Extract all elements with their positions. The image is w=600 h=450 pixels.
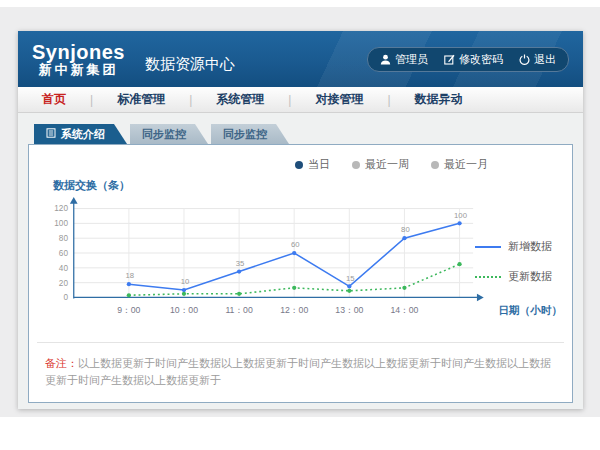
- chart-panel: 当日 最近一周 最近一月 数据交换（条） 0204060801001209：00…: [28, 144, 573, 403]
- tab-sync-monitor-2[interactable]: 同步监控: [211, 124, 289, 144]
- data-point: [237, 269, 241, 273]
- x-tick-label: 9：00: [117, 305, 140, 315]
- tabs-bar: 系统介绍 同步监控 同步监控: [34, 123, 573, 144]
- data-point: [402, 286, 406, 290]
- radio-last-month[interactable]: 最近一月: [431, 157, 488, 172]
- y-tick-label: 20: [59, 279, 69, 288]
- legend-line-dotted: [475, 276, 501, 278]
- point-label: 35: [236, 259, 245, 268]
- logo-line1: Synjones: [32, 42, 125, 63]
- nav-item-system-mgmt[interactable]: 系统管理: [192, 91, 288, 108]
- radio-label: 最近一月: [444, 157, 488, 172]
- legend-label: 新增数据: [508, 239, 552, 254]
- user-toolbar: 管理员 修改密码 退出: [367, 47, 569, 72]
- radio-last-week[interactable]: 最近一周: [352, 157, 409, 172]
- logo-line2: 新中新集团: [32, 63, 125, 77]
- power-icon: [519, 54, 530, 65]
- legend-item-new-data: 新增数据: [475, 239, 552, 254]
- logout-label: 退出: [534, 52, 556, 67]
- data-point: [127, 282, 131, 286]
- data-point: [292, 251, 296, 255]
- x-tick-label: 11：00: [225, 305, 253, 315]
- data-point: [347, 284, 351, 288]
- y-tick-label: 80: [59, 234, 69, 243]
- page-title: 数据资源中心: [145, 55, 235, 74]
- data-point: [347, 289, 351, 293]
- y-tick-label: 60: [59, 249, 69, 258]
- legend-item-updated-data: 更新数据: [475, 269, 552, 284]
- point-label: 18: [126, 271, 135, 280]
- x-tick-label: 13：00: [335, 305, 363, 315]
- y-tick-label: 100: [54, 219, 68, 228]
- chart-legend: 新增数据 更新数据: [475, 239, 552, 284]
- edit-icon: [444, 54, 455, 65]
- footnote: 备注：以上数据更新于时间产生数据以上数据更新于时间产生数据以上数据更新于时间产生…: [29, 343, 572, 400]
- nav-item-home[interactable]: 首页: [18, 91, 90, 108]
- tab-label: 同步监控: [223, 127, 267, 142]
- data-point: [127, 293, 131, 297]
- y-tick-label: 40: [59, 264, 69, 273]
- change-password-label: 修改密码: [459, 52, 503, 67]
- radio-today[interactable]: 当日: [295, 157, 330, 172]
- y-tick-label: 120: [54, 204, 68, 213]
- point-label: 100: [454, 211, 467, 220]
- footnote-prefix: 备注：: [45, 357, 78, 369]
- data-point: [457, 221, 461, 225]
- data-point: [402, 236, 406, 240]
- nav-item-data-change[interactable]: 数据异动: [391, 91, 487, 108]
- legend-label: 更新数据: [508, 269, 552, 284]
- y-axis-title: 数据交换（条）: [53, 178, 572, 193]
- user-menu[interactable]: 管理员: [380, 52, 428, 67]
- y-tick-label: 0: [63, 293, 68, 302]
- user-label: 管理员: [395, 52, 428, 67]
- point-label: 80: [401, 225, 410, 234]
- app-header: Synjones 新中新集团 数据资源中心 管理员 修改密码 退出: [18, 31, 583, 87]
- nav-item-standard-mgmt[interactable]: 标准管理: [93, 91, 189, 108]
- document-icon: [46, 128, 56, 140]
- user-icon: [380, 54, 391, 65]
- data-point: [237, 292, 241, 296]
- point-label: 10: [181, 277, 190, 286]
- x-tick-label: 14：00: [390, 305, 418, 315]
- radio-icon: [352, 161, 360, 169]
- nav-item-interface-mgmt[interactable]: 对接管理: [291, 91, 387, 108]
- x-axis-title: 日期（小时）: [498, 304, 562, 317]
- company-logo: Synjones 新中新集团: [32, 42, 125, 77]
- radio-label: 当日: [308, 157, 330, 172]
- change-password-button[interactable]: 修改密码: [444, 52, 503, 67]
- data-point: [182, 292, 186, 296]
- tab-label: 同步监控: [142, 127, 186, 142]
- logout-button[interactable]: 退出: [519, 52, 556, 67]
- radio-icon: [431, 161, 439, 169]
- main-nav: 首页 | 标准管理 | 系统管理 | 对接管理 | 数据异动: [18, 87, 583, 113]
- data-point: [292, 286, 296, 290]
- point-label: 15: [346, 274, 355, 283]
- x-tick-label: 12：00: [280, 305, 308, 315]
- tab-sync-monitor-1[interactable]: 同步监控: [130, 124, 208, 144]
- data-point: [457, 262, 461, 266]
- chart-container: 0204060801001209：0010：0011：0012：0013：001…: [37, 195, 564, 328]
- tab-label: 系统介绍: [61, 127, 105, 142]
- x-tick-label: 10：00: [170, 305, 198, 315]
- app-window: Synjones 新中新集团 数据资源中心 管理员 修改密码 退出: [18, 31, 583, 409]
- data-point: [182, 288, 186, 292]
- radio-icon: [295, 161, 303, 169]
- x-axis-arrow-icon: [477, 294, 484, 302]
- tab-system-intro[interactable]: 系统介绍: [34, 124, 127, 144]
- range-filter-group: 当日 最近一周 最近一月: [29, 145, 572, 172]
- content-area: 系统介绍 同步监控 同步监控 当日 最近一周: [18, 113, 583, 409]
- footnote-text: 以上数据更新于时间产生数据以上数据更新于时间产生数据以上数据更新于时间产生数据以…: [45, 357, 551, 386]
- legend-line-solid: [475, 246, 501, 248]
- y-axis-arrow-icon: [70, 197, 78, 204]
- radio-label: 最近一周: [365, 157, 409, 172]
- point-label: 60: [291, 240, 300, 249]
